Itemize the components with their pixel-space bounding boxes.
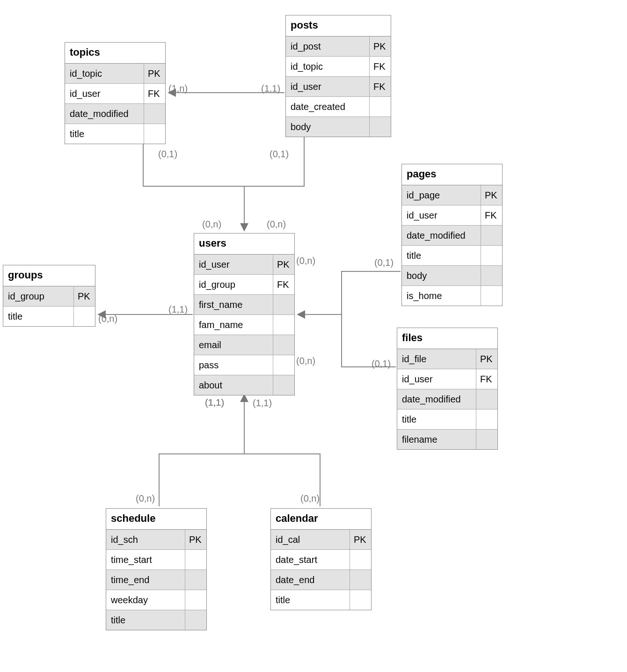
- field-row: title: [106, 610, 206, 630]
- field-name: id_user: [402, 210, 481, 221]
- entity-users: usersid_userPKid_groupFKfirst_namefam_na…: [194, 233, 295, 395]
- field-key: PK: [481, 185, 502, 205]
- cardinality-label: (0,n): [98, 314, 117, 324]
- field-name: id_user: [65, 88, 144, 99]
- field-key: [185, 550, 206, 570]
- field-key: [476, 389, 497, 409]
- field-row: time_end: [106, 570, 206, 590]
- field-row: body: [286, 117, 391, 137]
- entity-topics: topicsid_topicPKid_userFKdate_modifiedti…: [65, 42, 166, 144]
- field-row: id_filePK: [397, 349, 497, 369]
- field-name: id_user: [286, 81, 369, 92]
- field-key: FK: [476, 369, 497, 389]
- field-key: [481, 286, 502, 306]
- cardinality-label: (1,1): [261, 83, 280, 94]
- field-key: [273, 295, 294, 314]
- field-row: title: [397, 409, 497, 430]
- field-key: [350, 550, 371, 570]
- field-key: PK: [144, 64, 165, 83]
- cardinality-label: (1,1): [253, 398, 272, 409]
- field-name: id_post: [286, 41, 369, 52]
- entity-schedule: scheduleid_schPKtime_starttime_endweekda…: [106, 508, 207, 630]
- field-name: date_modified: [402, 230, 481, 241]
- field-name: id_sch: [106, 534, 185, 545]
- field-key: [481, 226, 502, 245]
- field-key: [273, 335, 294, 355]
- field-key: PK: [350, 530, 371, 549]
- field-key: [144, 124, 165, 144]
- field-row: id_pagePK: [402, 185, 502, 205]
- field-name: title: [106, 615, 185, 626]
- field-name: fam_name: [194, 320, 273, 330]
- field-key: [144, 104, 165, 124]
- field-row: date_modified: [402, 226, 502, 246]
- entity-calendar: calendarid_calPKdate_startdate_endtitle: [270, 508, 372, 610]
- field-key: PK: [73, 286, 95, 306]
- entity-title: schedule: [106, 509, 206, 530]
- field-key: FK: [273, 275, 294, 294]
- field-key: [273, 315, 294, 335]
- entity-title: files: [397, 328, 497, 349]
- cardinality-label: (0,n): [300, 493, 320, 504]
- field-row: time_start: [106, 550, 206, 570]
- field-row: id_userFK: [402, 205, 502, 226]
- field-key: [476, 409, 497, 429]
- field-name: id_topic: [65, 68, 144, 79]
- field-row: title: [3, 307, 95, 326]
- field-name: date_modified: [65, 109, 144, 119]
- field-name: is_home: [402, 291, 481, 301]
- field-name: id_group: [194, 279, 273, 290]
- field-key: [350, 590, 371, 610]
- field-name: date_end: [271, 575, 350, 585]
- field-key: [369, 97, 391, 117]
- field-name: id_group: [3, 291, 73, 302]
- field-key: [273, 355, 294, 375]
- field-row: id_calPK: [271, 530, 371, 550]
- field-name: body: [402, 270, 481, 281]
- field-name: title: [3, 311, 73, 322]
- field-key: FK: [481, 205, 502, 225]
- field-row: id_userFK: [65, 84, 165, 104]
- field-row: date_created: [286, 97, 391, 117]
- field-key: PK: [273, 255, 294, 274]
- field-name: time_start: [106, 555, 185, 565]
- edge-posts-users: [244, 137, 304, 186]
- entity-pages: pagesid_pagePKid_userFKdate_modifiedtitl…: [401, 164, 503, 306]
- entity-files: filesid_filePKid_userFKdate_modifiedtitl…: [397, 328, 498, 450]
- field-key: [185, 570, 206, 590]
- field-name: pass: [194, 360, 273, 371]
- field-key: [481, 266, 502, 285]
- field-row: date_start: [271, 550, 371, 570]
- entity-title: topics: [65, 43, 165, 64]
- entity-title: users: [194, 234, 294, 255]
- cardinality-label: (0,n): [202, 219, 221, 230]
- field-row: title: [65, 124, 165, 144]
- edge-pages-users: [298, 271, 401, 314]
- field-row: id_userFK: [286, 77, 391, 97]
- field-key: FK: [369, 77, 391, 96]
- field-key: [369, 117, 391, 137]
- field-name: id_cal: [271, 534, 350, 545]
- field-name: filename: [397, 434, 476, 445]
- field-name: date_modified: [397, 394, 476, 405]
- field-row: weekday: [106, 590, 206, 610]
- field-name: time_end: [106, 575, 185, 585]
- field-name: email: [194, 340, 273, 351]
- field-row: body: [402, 266, 502, 286]
- field-name: title: [65, 129, 144, 139]
- field-name: id_file: [397, 354, 476, 365]
- edge-schedule-users: [159, 394, 244, 506]
- field-row: id_topicFK: [286, 57, 391, 77]
- field-key: [185, 610, 206, 630]
- cardinality-label: (0,1): [374, 257, 394, 268]
- field-row: title: [402, 246, 502, 266]
- cardinality-label: (0,n): [267, 219, 286, 230]
- field-name: id_page: [402, 190, 481, 201]
- field-name: date_created: [286, 102, 369, 112]
- field-name: date_start: [271, 555, 350, 565]
- field-key: PK: [476, 349, 497, 369]
- cardinality-label: (0,1): [372, 358, 391, 369]
- entity-title: posts: [286, 15, 391, 37]
- field-key: FK: [144, 84, 165, 103]
- field-name: title: [402, 250, 481, 261]
